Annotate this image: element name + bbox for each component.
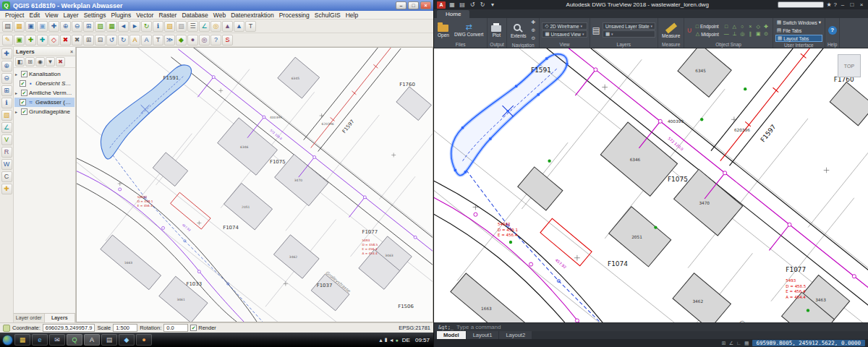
processing-toolbox-icon[interactable]: ●	[187, 35, 198, 46]
named-view-dropdown[interactable]: ▦ Unsaved View ▾	[542, 30, 587, 38]
close-button[interactable]: ×	[420, 1, 431, 9]
python-console-icon[interactable]: ≫	[164, 35, 175, 46]
zoom-extent-tool-icon[interactable]: ⊞	[1, 85, 12, 96]
panel-close-icon[interactable]: ×	[70, 47, 73, 56]
plot-button[interactable]: Plot	[490, 22, 503, 38]
taskbar-app7-icon[interactable]: ◆	[119, 334, 135, 346]
deselect-icon[interactable]: ▧	[176, 21, 187, 32]
open-layer-styling-icon[interactable]: ◧	[15, 57, 25, 67]
add-feature-icon[interactable]: ✚	[25, 35, 36, 46]
taskbar-mail-icon[interactable]: ✉	[49, 334, 65, 346]
menu-layer[interactable]: Layer	[61, 12, 80, 19]
layout-tabs-button[interactable]: ▦ Layout Tabs	[775, 35, 822, 42]
measure-tool-icon[interactable]: ∠	[1, 122, 12, 133]
menu-database[interactable]: Database	[179, 12, 210, 19]
tray-volume-icon[interactable]: ◄	[389, 337, 394, 343]
measure-button[interactable]: Measure	[660, 22, 681, 38]
snap-tangent-icon[interactable]: ◎	[739, 30, 746, 38]
coordinate-value[interactable]: 696029.5,249957.9	[43, 324, 95, 332]
qat-undo-icon[interactable]: ↺	[468, 1, 477, 9]
add-wms-layer-icon[interactable]: W	[1, 159, 12, 170]
new-shapefile-icon[interactable]: ✚	[1, 184, 12, 194]
qat-open-icon[interactable]: ▦	[448, 1, 456, 9]
identify-tool-icon[interactable]: ℹ	[1, 98, 12, 108]
measure-icon[interactable]: ∠	[199, 21, 210, 32]
open-attribute-table-icon[interactable]: ☰	[187, 21, 198, 32]
taskbar-app8-icon[interactable]: ●	[136, 334, 152, 346]
pan-tool-icon[interactable]: ✚	[1, 48, 12, 59]
infocenter-search-input[interactable]	[778, 1, 824, 8]
select-tool-icon[interactable]: ▧	[1, 110, 12, 121]
labeling-icon[interactable]: A	[129, 35, 140, 46]
snap-perpendicular-icon[interactable]: ⊥	[731, 30, 739, 38]
menu-project[interactable]: Project	[3, 12, 26, 19]
rotation-value[interactable]: 0.0	[163, 324, 188, 332]
add-delimited-text-icon[interactable]: C	[1, 171, 12, 182]
zoom-in-button[interactable]: ⊕	[530, 27, 537, 34]
snap-midpoint-icon[interactable]: △	[731, 23, 739, 30]
visibility-checkbox[interactable]: ✔	[21, 90, 27, 96]
render-checkbox[interactable]: ✔ Render	[190, 325, 216, 331]
visibility-checkbox[interactable]: ✔	[20, 99, 26, 106]
zoom-in-tool-icon[interactable]: ⊕	[1, 61, 12, 72]
node-tool-icon[interactable]: ◇	[48, 35, 59, 46]
snap-center-icon[interactable]: ○	[739, 23, 746, 30]
identify-icon[interactable]: ℹ	[153, 21, 163, 32]
status-snap-icon[interactable]: ∠	[729, 340, 733, 346]
zoom-out-tool-icon[interactable]: ⊖	[1, 73, 12, 84]
menu-vector[interactable]: Vector	[134, 12, 156, 19]
zoom-full-icon[interactable]: ⊞	[83, 21, 94, 32]
snap-nearest-icon[interactable]: ⊙	[762, 30, 770, 38]
help-icon[interactable]: ?	[828, 26, 837, 35]
open-project-icon[interactable]: ▦	[14, 21, 25, 32]
tab-layer-order[interactable]: Layer order	[14, 314, 45, 322]
start-button[interactable]	[2, 335, 13, 346]
taskbar-qgis-icon[interactable]: Q	[67, 334, 82, 346]
command-line[interactable]: &gt;_ Type a command	[434, 322, 868, 331]
save-project-icon[interactable]: ▣	[25, 21, 36, 32]
map-tips-icon[interactable]: ◎	[210, 21, 221, 32]
zoom-to-layer-icon[interactable]: ▦	[106, 21, 117, 32]
toggle-editing-icon[interactable]: ✎	[2, 35, 13, 46]
add-raster-layer-icon[interactable]: R	[1, 147, 12, 158]
schulgis-tool-icon[interactable]: S	[222, 35, 233, 46]
snap-intersection-icon[interactable]: ✚	[762, 23, 770, 30]
snap-extension-icon[interactable]: —	[723, 30, 731, 38]
add-vector-layer-icon[interactable]: V	[1, 134, 12, 145]
maximize-button[interactable]: □	[408, 1, 419, 9]
refresh-icon[interactable]: ↻	[141, 21, 152, 32]
midpoint-snap-button[interactable]: △ Midpoint	[694, 30, 720, 38]
switch-windows-button[interactable]: ▦ Switch Windows ▾	[775, 19, 822, 26]
snap-quadrant-icon[interactable]: ◇	[754, 23, 762, 30]
qat-plot-icon[interactable]: ▤	[458, 1, 467, 9]
scale-combo[interactable]: 1:500	[113, 324, 137, 332]
select-features-icon[interactable]: ▧	[164, 21, 175, 32]
qat-dropdown-icon[interactable]: ▾	[488, 1, 497, 9]
endpoint-snap-button[interactable]: □ Endpoint	[694, 22, 720, 30]
pan-button[interactable]: ✚	[530, 19, 537, 26]
filter-legend-icon[interactable]: ▼	[46, 57, 55, 67]
menu-help[interactable]: Help	[344, 12, 360, 19]
remove-layer-icon[interactable]: ✖	[56, 57, 65, 67]
menu-settings[interactable]: Settings	[82, 12, 109, 19]
tab-layout2[interactable]: Layout2	[499, 331, 532, 339]
zoom-last-icon[interactable]: ◄	[118, 21, 129, 32]
menu-raster[interactable]: Raster	[156, 12, 179, 19]
snap-parallel-icon[interactable]: ∥	[746, 30, 754, 38]
qgis-map-canvas[interactable]	[76, 47, 433, 322]
taskbar-explorer-icon[interactable]: ▦	[14, 334, 30, 346]
save-as-icon[interactable]: ▣	[37, 21, 48, 32]
tab-model[interactable]: Model	[437, 331, 466, 339]
new-bookmark-icon[interactable]: ▲	[222, 21, 233, 32]
layer-item-uebersicht[interactable]: ✔ ▪ Übersicht Sektor 25	[14, 79, 75, 88]
expander-icon[interactable]: ▸	[15, 90, 20, 95]
copy-features-icon[interactable]: ⊞	[83, 35, 94, 46]
show-bookmarks-icon[interactable]: ▲	[234, 21, 244, 32]
favorites-icon[interactable]: ★	[826, 1, 831, 8]
zoom-next-icon[interactable]: ►	[129, 21, 140, 32]
minimize-button[interactable]: –	[839, 1, 846, 8]
menu-edit[interactable]: Edit	[27, 12, 42, 19]
visibility-checkbox[interactable]: ✔	[21, 108, 27, 115]
maximize-button[interactable]: □	[848, 1, 856, 8]
layer-labeling-icon[interactable]: A	[141, 35, 152, 46]
